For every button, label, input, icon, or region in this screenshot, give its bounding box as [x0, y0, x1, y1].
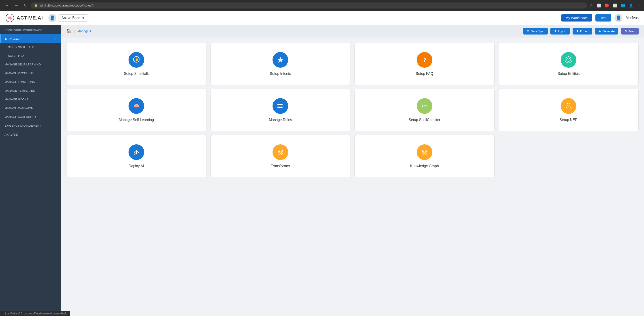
- manage-rules-label: Manage Rules: [269, 118, 292, 122]
- card-setup-smalltalk[interactable]: 👋 Setup Smalltalk: [66, 43, 206, 85]
- train-button[interactable]: ↻ Train: [621, 28, 639, 35]
- card-setup-faq[interactable]: ? Setup FAQ: [354, 43, 495, 85]
- svg-point-29: [425, 153, 427, 154]
- home-button[interactable]: 🏠: [66, 29, 71, 34]
- ext-icon2[interactable]: 🔴: [604, 3, 609, 8]
- reload-button[interactable]: ↻: [22, 3, 28, 9]
- sidebar-item-analyse[interactable]: ANALYSE ›: [0, 130, 61, 139]
- svg-point-27: [425, 150, 427, 152]
- card-transformer[interactable]: Transformer: [210, 135, 351, 177]
- deploy-ai-icon: [128, 144, 144, 160]
- import-icon: ⬆: [554, 29, 557, 33]
- address-bar[interactable]: 🔒: [31, 3, 587, 9]
- data-sync-label: Data Sync: [531, 30, 544, 33]
- svg-point-11: [278, 104, 278, 105]
- browser-menu-button[interactable]: ⋮: [636, 3, 640, 8]
- workspace-dropdown[interactable]: Active Bank ▼: [58, 14, 88, 22]
- ext-icon3[interactable]: ⬜: [613, 3, 617, 8]
- svg-text:ABC: ABC: [422, 105, 427, 108]
- card-deploy-ai[interactable]: Deploy AI: [66, 135, 206, 177]
- manage-self-learning-label: Manage Self Learning: [119, 118, 154, 122]
- svg-point-26: [422, 150, 424, 152]
- ext-icon4[interactable]: 🌐: [621, 3, 625, 8]
- user-chrome-icon[interactable]: 👤: [629, 3, 633, 8]
- knowledge-graph-icon: [417, 144, 432, 160]
- setup-spellchecker-label: Setup SpellChecker: [409, 118, 440, 122]
- export-label: Export: [580, 30, 589, 33]
- svg-point-28: [422, 153, 424, 154]
- export-button[interactable]: ⬇ Export: [572, 28, 592, 35]
- setup-ner-icon: [561, 98, 576, 114]
- user-avatar: 👤: [614, 14, 622, 22]
- ext-icon1[interactable]: ⬜: [596, 3, 601, 8]
- sidebar-label-setup-smalltalk: SETUP SMALLTALK: [8, 46, 34, 49]
- svg-text:🧠: 🧠: [8, 16, 12, 20]
- svg-rect-8: [278, 104, 282, 105]
- url-input[interactable]: [40, 4, 584, 7]
- svg-text:👋: 👋: [134, 58, 138, 62]
- status-url: https://admin20m.active.ai/morfeusweb/#/…: [4, 312, 66, 315]
- setup-faq-label: Setup FAQ: [416, 72, 433, 76]
- setup-ner-label: Setup NER: [560, 118, 578, 122]
- svg-point-15: [567, 103, 570, 106]
- svg-rect-9: [278, 106, 282, 106]
- sidebar-item-manage-self-learning[interactable]: MANAGE SELF LEARNING: [0, 60, 61, 69]
- sidebar-item-manage-hooks[interactable]: MANAGE HOOKS: [0, 95, 61, 104]
- card-setup-spellchecker[interactable]: ABC Setup SpellChecker: [354, 89, 495, 131]
- main-toolbar: 🏠 | Manage AI ⬆ Data Sync ⬆ Import ⬇ Exp…: [61, 25, 644, 38]
- forward-button[interactable]: →: [13, 2, 20, 9]
- setup-spellchecker-icon: ABC: [417, 98, 432, 114]
- breadcrumb-manage-ai[interactable]: Manage AI: [78, 29, 92, 33]
- svg-marker-6: [567, 58, 570, 62]
- card-setup-ner[interactable]: Setup NER: [499, 89, 639, 131]
- sidebar-item-setup-smalltalk[interactable]: SETUP SMALLTALK: [0, 43, 61, 52]
- svg-point-21: [281, 153, 282, 154]
- svg-point-20: [278, 153, 280, 154]
- sidebar-label-manage-campaign: MANAGE CAMPAIGN: [4, 106, 33, 110]
- sidebar-item-manage-products[interactable]: MANAGE PRODUCTS: [0, 69, 61, 78]
- card-knowledge-graph[interactable]: Knowledge Graph: [354, 135, 495, 177]
- data-sync-button[interactable]: ⬆ Data Sync: [523, 28, 548, 35]
- setup-entities-label: Setup Entities: [558, 72, 580, 76]
- svg-text:🧠: 🧠: [134, 103, 139, 109]
- sidebar-item-manage-functions[interactable]: MANAGE FUNCTIONS: [0, 78, 61, 86]
- sidebar-label-manage-products: MANAGE PRODUCTS: [4, 72, 34, 75]
- sidebar-item-manage-campaign[interactable]: MANAGE CAMPAIGN: [0, 104, 61, 113]
- sidebar-item-manage-scheduler[interactable]: MANAGE SCHEDULER: [0, 113, 61, 121]
- sidebar-item-manage-templates[interactable]: MANAGE TEMPLATES: [0, 86, 61, 95]
- card-setup-entities[interactable]: Setup Entities: [499, 43, 639, 85]
- import-button[interactable]: ⬆ Import: [550, 28, 570, 35]
- setup-entities-icon: [561, 52, 576, 68]
- sidebar-label-manage-self-learning: MANAGE SELF LEARNING: [4, 63, 41, 66]
- card-setup-intents[interactable]: Setup Intents: [210, 43, 351, 85]
- test-button[interactable]: Test: [596, 14, 612, 22]
- sidebar-label-manage-hooks: MANAGE HOOKS: [4, 98, 28, 101]
- chevron-right-icon: ›: [55, 37, 56, 40]
- generate-button[interactable]: ➤ Generate: [595, 28, 618, 35]
- sidebar-item-manage-ai[interactable]: MANAGE AI ›: [0, 34, 61, 43]
- sidebar: CONFIGURE WORKSPACE MANAGE AI › SETUP SM…: [0, 25, 61, 316]
- svg-line-34: [424, 152, 425, 153]
- svg-point-12: [278, 106, 278, 106]
- star-icon[interactable]: ☆: [590, 3, 593, 8]
- train-label: Train: [628, 30, 635, 33]
- sidebar-label-manage-templates: MANAGE TEMPLATES: [4, 89, 35, 92]
- svg-point-18: [278, 150, 280, 152]
- workspace-avatar-icon: 👤: [48, 14, 56, 22]
- generate-icon: ➤: [598, 29, 601, 33]
- dropdown-arrow-icon: ▼: [82, 16, 85, 20]
- status-bar: https://admin20m.active.ai/morfeusweb/#/…: [0, 311, 70, 316]
- sidebar-label-manage-scheduler: MANAGE SCHEDULER: [4, 115, 36, 119]
- back-button[interactable]: ←: [4, 2, 10, 9]
- sidebar-item-setup-faq[interactable]: SETUP FAQ: [0, 52, 61, 60]
- card-manage-rules[interactable]: Manage Rules: [210, 89, 351, 131]
- browser-actions: ☆ ⬜ 🔴 ⬜ 🌐 👤: [590, 3, 633, 8]
- sidebar-label-exigency-management: EXIGENCY MANAGEMENT: [4, 124, 41, 127]
- import-label: Import: [558, 30, 566, 33]
- my-workspace-button[interactable]: My Workspace: [561, 14, 592, 22]
- sidebar-label-analyse: ANALYSE: [4, 133, 18, 136]
- manage-self-learning-icon: 🧠: [128, 98, 144, 114]
- sidebar-item-exigency-management[interactable]: EXIGENCY MANAGEMENT: [0, 121, 61, 130]
- card-manage-self-learning[interactable]: 🧠 Manage Self Learning: [66, 89, 206, 131]
- export-icon: ⬇: [576, 29, 579, 33]
